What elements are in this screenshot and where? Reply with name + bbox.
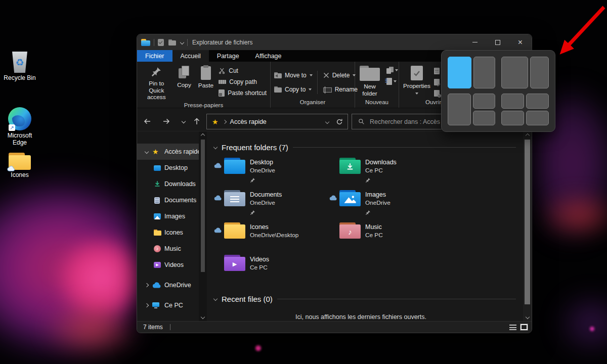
desktop-icon-icones[interactable]: Icones: [3, 153, 36, 179]
desktop-icon-microsoft-edge[interactable]: ↗ Microsoft Edge: [3, 107, 36, 147]
sidebar-item-ce-pc[interactable]: Ce PC: [137, 297, 207, 313]
folder-tile-icones[interactable]: Icones OneDrive\Desktop: [214, 221, 329, 254]
sidebar-item-documents[interactable]: Documents: [137, 192, 207, 208]
copy-path-button[interactable]: Copy path: [217, 77, 268, 86]
pin-to-quick-access-button[interactable]: Pin to Quick access: [139, 64, 174, 101]
paste-button[interactable]: Paste: [195, 64, 218, 89]
expander-chevron-icon[interactable]: [145, 150, 149, 154]
snap-cell-left-wide[interactable]: [501, 57, 528, 88]
back-button[interactable]: [140, 114, 154, 128]
scroll-up-icon[interactable]: [526, 131, 529, 140]
dropdown-triangle-icon: [395, 69, 398, 71]
minimize-button[interactable]: [463, 34, 486, 50]
snap-cell-left-half[interactable]: [448, 94, 471, 125]
documents-folder-icon: [224, 190, 245, 206]
tab-fichier[interactable]: Fichier: [137, 50, 172, 62]
expander-chevron-icon[interactable]: [145, 283, 149, 287]
snap-cell-left-half-hovered[interactable]: [448, 57, 471, 88]
qat-customize-chevron-icon[interactable]: [180, 40, 184, 44]
snap-cell-quadrant[interactable]: [526, 94, 549, 109]
folder-tile-music[interactable]: ♪ Music Ce PC: [329, 221, 445, 254]
sidebar-scrollbar[interactable]: [199, 131, 207, 321]
properties-button[interactable]: Properties: [401, 64, 432, 95]
folder-tile-downloads[interactable]: Downloads Ce PC: [329, 157, 445, 189]
scroll-down-icon[interactable]: [526, 313, 529, 321]
address-dropdown-chevron[interactable]: [325, 119, 329, 123]
status-bar: 7 items: [137, 321, 532, 333]
pin-icon: [250, 177, 255, 183]
close-button[interactable]: ×: [509, 34, 532, 50]
details-view-button[interactable]: [509, 325, 516, 330]
images-icon: [154, 213, 161, 219]
desktop-icon-recycle-bin[interactable]: ♻ Recycle Bin: [3, 52, 36, 82]
snap-cell-bottom-right-quarter[interactable]: [473, 111, 495, 126]
refresh-icon[interactable]: [336, 118, 343, 125]
recent-files-header[interactable]: Recent files (0): [214, 293, 523, 304]
dropdown-triangle-icon: [309, 88, 312, 90]
snap-cell-right-half[interactable]: [473, 57, 495, 88]
content-scrollbar[interactable]: [523, 131, 532, 321]
scroll-up-icon[interactable]: [201, 131, 204, 140]
sidebar-item-onedrive[interactable]: OneDrive: [137, 277, 207, 293]
snap-cell-right-narrow[interactable]: [530, 57, 549, 88]
address-breadcrumb[interactable]: Accès rapide: [230, 118, 267, 125]
maximize-button[interactable]: [486, 34, 509, 50]
scroll-down-icon[interactable]: [201, 313, 204, 321]
search-placeholder: Rechercher dans : Accès: [370, 118, 440, 125]
qat-properties-icon[interactable]: [158, 39, 164, 46]
up-button[interactable]: [190, 114, 204, 128]
sidebar-item-icones[interactable]: Icones: [137, 224, 207, 241]
easy-access-button[interactable]: [386, 67, 398, 74]
paste-shortcut-button[interactable]: Paste shortcut: [217, 88, 268, 98]
sidebar-item-desktop[interactable]: Desktop: [137, 160, 207, 176]
sidebar-item-quick-access[interactable]: ★ Accès rapide: [137, 144, 207, 160]
folder-tile-documents[interactable]: Documents OneDrive: [214, 189, 329, 221]
new-folder-button[interactable]: New folder: [357, 64, 382, 97]
move-to-button[interactable]: Move to: [273, 71, 314, 80]
folder-tile-images[interactable]: Images OneDrive: [329, 189, 445, 221]
recent-locations-chevron[interactable]: [177, 114, 191, 128]
desktop-icon-label: Icones: [3, 172, 36, 179]
button-label: Copy to: [285, 86, 306, 93]
snap-cell-quadrant[interactable]: [501, 111, 524, 126]
section-chevron-icon[interactable]: [213, 297, 218, 301]
tab-accueil[interactable]: Accueil: [172, 50, 209, 62]
desktop-folder-icon: [154, 165, 161, 171]
sidebar-item-images[interactable]: Images: [137, 208, 207, 224]
titlebar[interactable]: Explorateur de fichiers ×: [137, 34, 532, 50]
new-item-button[interactable]: [386, 78, 398, 85]
sidebar-item-videos[interactable]: ▶ Videos: [137, 257, 207, 273]
tab-affichage[interactable]: Affichage: [247, 50, 290, 62]
folder-tile-desktop[interactable]: Desktop OneDrive: [214, 157, 329, 189]
pin-icon: [365, 177, 371, 183]
copy-button[interactable]: Copy: [174, 64, 194, 89]
large-icons-view-button[interactable]: [521, 324, 528, 330]
address-bar[interactable]: ★ Accès rapide: [206, 114, 348, 129]
folder-tile-videos[interactable]: ▶ Videos Ce PC: [214, 254, 329, 286]
scrollbar-thumb[interactable]: [201, 140, 205, 272]
snap-cell-top-right-quarter[interactable]: [473, 94, 495, 109]
scrollbar-thumb[interactable]: [525, 140, 530, 304]
breadcrumb-chevron-icon[interactable]: [222, 119, 226, 123]
cut-button[interactable]: Cut: [217, 66, 268, 75]
rename-button[interactable]: Rename: [322, 85, 359, 94]
qat-new-folder-icon[interactable]: [168, 39, 176, 46]
delete-button[interactable]: Delete: [322, 71, 359, 80]
annotation-arrow: [546, 3, 607, 61]
snap-cell-quadrant[interactable]: [526, 111, 549, 126]
section-chevron-icon[interactable]: [213, 145, 218, 149]
new-folder-icon: [360, 66, 380, 81]
images-folder-icon: [339, 190, 361, 206]
frequent-folders-header[interactable]: Frequent folders (7): [214, 142, 523, 153]
dropdown-triangle-icon: [310, 74, 313, 76]
close-icon: ×: [518, 38, 523, 47]
folder-name: Downloads: [365, 159, 397, 167]
snap-cell-quadrant[interactable]: [501, 94, 524, 109]
expander-chevron-icon[interactable]: [145, 303, 149, 307]
sidebar-item-downloads[interactable]: Downloads: [137, 176, 207, 192]
content-pane: Frequent folders (7) Desktop OneDrive: [207, 131, 523, 321]
sidebar-item-music[interactable]: ♪ Music: [137, 241, 207, 257]
copy-to-button[interactable]: Copy to: [273, 85, 314, 94]
tab-partage[interactable]: Partage: [209, 50, 247, 62]
forward-button[interactable]: [159, 114, 174, 128]
